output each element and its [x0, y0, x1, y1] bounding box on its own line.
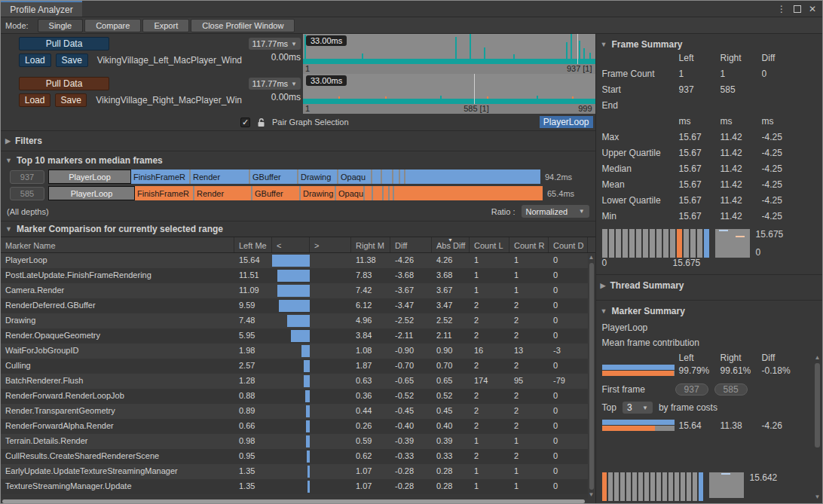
load-button-left[interactable]: Load	[19, 53, 51, 67]
first-frame-left-button[interactable]: 937	[675, 383, 708, 396]
column-header-right-m[interactable]: Right M	[351, 237, 390, 252]
table-header-row: Marker NameLeft Me<>Right MDiffAbs Diff▼…	[1, 237, 595, 253]
marker-segment[interactable]: Render	[191, 170, 250, 184]
scrollbar-thumb[interactable]	[2, 499, 585, 503]
save-button-left[interactable]: Save	[56, 53, 88, 67]
top-n-dropdown[interactable]: 3▼	[623, 402, 653, 414]
comparison-section-header[interactable]: ▼ Marker Comparison for currently select…	[1, 221, 595, 237]
scroll-down-icon[interactable]: ▼	[815, 493, 821, 501]
scroll-down-icon[interactable]: ▼	[589, 491, 595, 499]
mode-button-export[interactable]: Export	[142, 19, 189, 32]
marker-segment[interactable]	[394, 186, 543, 200]
scroll-up-icon[interactable]: ▲	[815, 354, 821, 362]
frame-number-button[interactable]: 937	[10, 170, 44, 184]
table-row[interactable]: PostLateUpdate.FinishFrameRendering11.51…	[1, 268, 595, 283]
marker-segment[interactable]: Opaqu	[338, 170, 372, 184]
marker-segment[interactable]	[372, 170, 382, 184]
close-icon[interactable]: ✕	[809, 4, 816, 14]
save-button-right[interactable]: Save	[55, 93, 87, 107]
table-row[interactable]: RenderForwardAlpha.Render0.660.26-0.400.…	[1, 419, 595, 434]
column-header-count-r[interactable]: Count R	[509, 237, 549, 252]
marker-segment[interactable]: FinishFrameR	[135, 186, 194, 200]
ratio-dropdown[interactable]: Normalized▼	[522, 205, 589, 218]
scrollbar-thumb[interactable]	[589, 263, 594, 490]
marker-segment[interactable]: GBuffer	[252, 186, 301, 200]
cell-count-left: 2	[470, 313, 509, 328]
pull-data-button-right[interactable]: Pull Data	[19, 77, 109, 90]
table-row[interactable]: Camera.Render11.097.42-3.673.67110	[1, 283, 595, 298]
marker-segment[interactable]	[400, 170, 405, 184]
marker-segment[interactable]	[382, 170, 393, 184]
table-row[interactable]: RenderDeferred.GBuffer9.596.12-3.473.472…	[1, 298, 595, 313]
mode-button-single[interactable]: Single	[38, 19, 84, 32]
table-horizontal-scrollbar[interactable]	[1, 499, 595, 504]
mode-button-compare[interactable]: Compare	[84, 19, 141, 32]
kebab-menu-icon[interactable]: ⋮	[777, 4, 786, 14]
column-header-diff[interactable]: Diff	[390, 237, 432, 252]
column-header-abs-diff[interactable]: Abs Diff▼	[432, 237, 470, 252]
maximize-icon[interactable]	[794, 5, 801, 13]
frame-graph-right[interactable]: 33.00ms 1 585 [1] 999	[303, 74, 595, 114]
scrollbar-thumb[interactable]	[815, 363, 820, 447]
table-vertical-scrollbar[interactable]: ▲ ▼	[588, 254, 595, 499]
stat-name: Median	[602, 163, 679, 174]
marker-summary-header[interactable]: ▼ Marker Summary	[596, 301, 822, 319]
table-row[interactable]: TextureStreamingManager.Update1.351.07-0…	[1, 479, 595, 494]
filters-section-header[interactable]: ▶ Filters	[1, 130, 595, 151]
marker-segment[interactable]	[373, 186, 384, 200]
unlock-icon[interactable]	[256, 118, 266, 127]
marker-segment[interactable]	[393, 170, 400, 184]
column-header-count-d[interactable]: Count D	[549, 237, 588, 252]
marker-segment[interactable]: GBuffer	[250, 170, 298, 184]
marker-segment-playerloop[interactable]: PlayerLoop	[48, 170, 131, 184]
table-row[interactable]: Terrain.Details.Render0.980.59-0.390.391…	[1, 434, 595, 449]
table-row[interactable]: Render.OpaqueGeometry5.953.84-2.112.1122…	[1, 328, 595, 344]
table-row[interactable]: CullResults.CreateSharedRendererScene0.9…	[1, 449, 595, 464]
tab-profile-analyzer[interactable]: Profile Analyzer	[1, 1, 82, 17]
frame-number-button[interactable]: 585	[10, 187, 44, 200]
pair-graph-checkbox[interactable]: ✓	[240, 118, 250, 127]
table-row[interactable]: WaitForJobGroupID1.981.08-0.900.901613-3	[1, 344, 595, 359]
cell-abs-diff: 4.26	[432, 253, 470, 268]
first-frame-right-button[interactable]: 585	[714, 383, 748, 396]
marker-segment[interactable]: Opaqu	[336, 186, 365, 200]
cell-diff: -3.68	[390, 268, 432, 283]
col-header: Right	[721, 53, 762, 63]
marker-segment[interactable]	[365, 186, 373, 200]
marker-segment[interactable]	[405, 170, 540, 184]
table-row[interactable]: Drawing7.484.96-2.522.52220	[1, 313, 595, 328]
column-header-left-me[interactable]: Left Me	[234, 237, 272, 252]
marker-segment[interactable]: FinishFrameR	[131, 170, 191, 184]
column-header--[interactable]: <	[272, 237, 310, 252]
marker-segment-playerloop[interactable]: PlayerLoop	[48, 186, 135, 200]
table-row[interactable]: PlayerLoop15.6411.38-4.264.26110	[1, 253, 595, 268]
right-panel-scrollbar[interactable]: ▲ ▼	[813, 354, 821, 501]
scale-dropdown-left[interactable]: 117.77ms▼	[249, 38, 301, 50]
frame-histogram[interactable]	[602, 229, 709, 258]
mode-button-close-profiler[interactable]: Close Profiler Window	[191, 19, 295, 32]
load-button-right[interactable]: Load	[19, 93, 50, 107]
marker-histogram[interactable]	[602, 472, 703, 501]
scroll-up-icon[interactable]: ▲	[589, 254, 595, 261]
marker-segment[interactable]	[384, 186, 390, 200]
cell-left-mean: 9.59	[234, 298, 272, 313]
table-row[interactable]: BatchRenderer.Flush1.280.63-0.650.651749…	[1, 374, 595, 389]
thread-summary-header[interactable]: ▶ Thread Summary	[596, 275, 822, 294]
table-row[interactable]: EarlyUpdate.UpdateTextureStreamingManage…	[1, 464, 595, 479]
marker-segment[interactable]: Drawing	[301, 186, 336, 200]
column-header--[interactable]: >	[310, 237, 351, 252]
table-row[interactable]: Render.TransparentGeometry0.890.44-0.450…	[1, 404, 595, 419]
column-header-count-l[interactable]: Count L	[470, 237, 509, 252]
marker-segment[interactable]: Render	[194, 186, 252, 200]
pull-data-button-left[interactable]: Pull Data	[19, 37, 109, 50]
table-row[interactable]: RenderForward.RenderLoopJob0.880.36-0.52…	[1, 389, 595, 404]
scale-dropdown-right[interactable]: 117.77ms▼	[249, 78, 301, 90]
marker-segment[interactable]: Drawing	[298, 170, 338, 184]
selected-marker-chip[interactable]: PlayerLoop	[540, 116, 593, 128]
table-row[interactable]: Culling2.571.87-0.700.70220	[1, 359, 595, 374]
frame-summary-header[interactable]: ▼ Frame Summary	[596, 34, 822, 53]
frame-graph-left[interactable]: 33.00ms 1 937 [1]	[303, 34, 595, 74]
marker-histogram-max-label: 15.642	[750, 472, 778, 483]
top10-section-header[interactable]: ▼ Top 10 markers on median frames	[1, 151, 595, 169]
column-header-marker-name[interactable]: Marker Name	[1, 237, 234, 252]
